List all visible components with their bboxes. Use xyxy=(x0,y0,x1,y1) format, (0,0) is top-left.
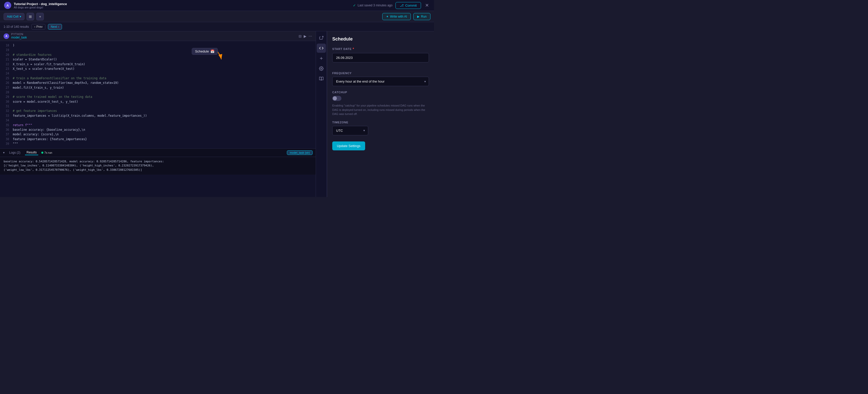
commit-button[interactable]: ⎇ Commit xyxy=(396,2,421,9)
line-content: scaler = StandardScaler() xyxy=(13,57,57,62)
line-number: 30 xyxy=(2,99,9,104)
line-number: 21 xyxy=(2,57,9,62)
code-line: 24 xyxy=(0,71,316,76)
toolbar-icon-btn-1[interactable]: ⊞ xyxy=(27,13,34,21)
line-content: feature_importances = list(zip(X_train.c… xyxy=(13,113,147,118)
sidebar-icon-share[interactable] xyxy=(317,33,326,42)
code-line: 26model = RandomForestClassifier(max_dep… xyxy=(0,80,316,85)
code-line: 31 xyxy=(0,104,316,108)
commit-icon: ⎇ xyxy=(400,4,404,7)
run-dot-icon xyxy=(41,152,43,154)
sidebar-icon-code[interactable] xyxy=(317,43,326,53)
run-time: 7s run xyxy=(44,151,52,154)
frequency-label: FREQUENCY xyxy=(332,72,429,75)
filter-icon[interactable]: ⊟ xyxy=(299,34,302,38)
columns-icon: ⊞ xyxy=(29,14,32,19)
line-number: 28 xyxy=(2,90,9,95)
timezone-select[interactable]: UTC US/Eastern US/Pacific Europe/London xyxy=(332,126,368,135)
results-tab[interactable]: Results xyxy=(25,150,38,155)
pagination-info: 1-10 of 140 results xyxy=(4,25,29,29)
output-header: ▾ Logs (2) Results 7s run model_task (st… xyxy=(0,149,316,157)
code-line: 36baseline accuracy: {baseline_accuracy}… xyxy=(0,127,316,132)
dropdown-arrow-icon: ▾ xyxy=(20,15,21,18)
code-line: 19 xyxy=(0,48,316,52)
line-number: 24 xyxy=(2,71,9,76)
line-content: model.fit(X_train_s, y_train) xyxy=(13,86,64,90)
prev-label: Prev xyxy=(36,25,42,29)
line-number: 22 xyxy=(2,62,9,67)
line-content: # score the trained model on the testing… xyxy=(13,95,92,99)
code-line: 38feature importances: {feature_importan… xyxy=(0,137,316,141)
cell-lang: PYTHON xyxy=(11,33,27,36)
code-line: 20# standardize features xyxy=(0,53,316,57)
code-line: 18) xyxy=(0,43,316,48)
catchup-section: CATCHUP Enabling "catchup" for your pipe… xyxy=(332,91,429,116)
panel-title: Schedule xyxy=(332,36,429,42)
line-content: # train a RandomForestClassifier on the … xyxy=(13,76,106,80)
sidebar-icon-library[interactable] xyxy=(317,74,326,83)
top-bar-left: A Tutorial Project - dog_intelligence Al… xyxy=(4,2,67,9)
output-toggle[interactable]: ▾ xyxy=(3,151,5,155)
line-content: X_test_s = scaler.transform(X_test) xyxy=(13,67,74,71)
write-ai-button[interactable]: ✦ Write with AI xyxy=(382,13,411,20)
line-number: 32 xyxy=(2,108,9,113)
cell-name: model_task xyxy=(11,36,27,39)
next-button[interactable]: Next › xyxy=(48,24,62,30)
output-badge[interactable]: model_task (str) xyxy=(287,151,313,155)
line-content: score = model.score(X_test_s, y_test) xyxy=(13,99,78,104)
project-info: Tutorial Project - dog_intelligence All … xyxy=(14,2,67,9)
code-line: 28 xyxy=(0,90,316,95)
code-line: 37model accuracy: {score},\n xyxy=(0,132,316,137)
sidebar-icon-settings[interactable] xyxy=(317,64,326,73)
code-block: 18)1920# standardize features21scaler = … xyxy=(0,41,316,148)
line-content: X_train_s = scaler.fit_transform(X_train… xyxy=(13,62,85,67)
pagination-bar: 1-10 of 140 results ‹ Prev Next › xyxy=(0,22,434,31)
line-content: """ xyxy=(13,141,18,146)
close-button[interactable]: ✕ xyxy=(424,2,430,9)
code-line: 32# get feature importances xyxy=(0,108,316,113)
line-number: 36 xyxy=(2,127,9,132)
cell-meta: PYTHON model_task xyxy=(11,33,27,39)
output-content: baseline accuracy: 0.5428571428571428, m… xyxy=(0,157,316,175)
output-line-1: baseline accuracy: 0.5428571428571428, m… xyxy=(4,160,312,164)
schedule-tooltip: Schedule 📅 xyxy=(192,48,218,55)
run-button[interactable]: ▶ Run xyxy=(413,13,430,20)
cell-actions: ⊟ ▶ ⋯ xyxy=(299,34,312,38)
more-icon[interactable]: ⋯ xyxy=(309,34,312,38)
toolbar-icon-btn-2[interactable]: + xyxy=(36,13,44,21)
catchup-toggle[interactable] xyxy=(332,96,341,101)
code-line: 29# score the trained model on the testi… xyxy=(0,95,316,99)
add-cell-button[interactable]: Add Cell ▾ xyxy=(4,13,25,20)
toolbar-right: ✦ Write with AI ▶ Run xyxy=(382,13,430,20)
toggle-knob xyxy=(333,96,337,100)
code-line: 34 xyxy=(0,118,316,123)
logs-tab[interactable]: Logs (2) xyxy=(8,151,22,155)
timezone-label: TIMEZONE xyxy=(332,121,429,124)
prev-button[interactable]: ‹ Prev xyxy=(31,24,45,30)
tooltip-label: Schedule xyxy=(195,50,209,53)
line-number: 31 xyxy=(2,104,9,108)
add-cell-label: Add Cell xyxy=(7,15,18,18)
line-content: model = RandomForestClassifier(max_depth… xyxy=(13,80,119,85)
line-content: return f""" xyxy=(13,123,32,127)
frequency-select[interactable]: Every hour at the end of the hour Every … xyxy=(332,77,429,86)
line-content: model accuracy: {score},\n xyxy=(13,132,59,137)
code-area: A PYTHON model_task ⊟ ▶ ⋯ 18)1920# stand… xyxy=(0,31,316,197)
schedule-panel: Schedule START DATE * FREQUENCY Every ho… xyxy=(327,31,434,197)
app-logo: A xyxy=(4,2,11,9)
sidebar-icon-add[interactable] xyxy=(317,54,326,63)
update-settings-button[interactable]: Update Settings xyxy=(332,141,365,151)
sidebar-icons xyxy=(316,31,327,197)
plus-icon: + xyxy=(39,14,41,19)
write-ai-label: Write with AI xyxy=(390,15,407,18)
line-number: 18 xyxy=(2,43,9,48)
catchup-label: CATCHUP xyxy=(332,91,429,94)
play-icon[interactable]: ▶ xyxy=(304,34,307,38)
code-line: 39""" xyxy=(0,141,316,146)
start-date-input[interactable] xyxy=(332,53,429,62)
saved-status-text: Last saved 3 minutes ago xyxy=(358,4,393,7)
run-play-icon: ▶ xyxy=(417,15,420,18)
start-date-section: START DATE * xyxy=(332,47,429,67)
calendar-icon: 📅 xyxy=(210,50,214,53)
code-line: 23X_test_s = scaler.transform(X_test) xyxy=(0,67,316,71)
